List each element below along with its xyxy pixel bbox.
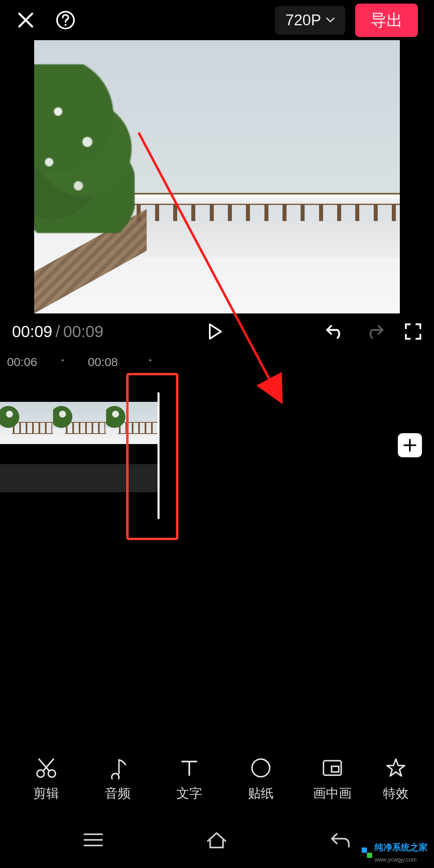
chevron-down-icon xyxy=(326,17,335,23)
tool-label: 画中画 xyxy=(313,785,352,802)
preview-deck xyxy=(115,193,400,257)
nav-home-button[interactable] xyxy=(205,831,228,849)
ruler-dot xyxy=(149,359,151,361)
close-button[interactable] xyxy=(16,10,35,30)
export-label: 导出 xyxy=(371,11,403,29)
time-display: 00:09 / 00:09 xyxy=(12,323,103,341)
time-separator: / xyxy=(55,323,60,341)
star-icon xyxy=(385,757,407,779)
tool-text[interactable]: 文字 xyxy=(163,757,215,802)
svg-point-1 xyxy=(65,24,67,26)
play-icon xyxy=(206,323,223,340)
export-button[interactable]: 导出 xyxy=(355,4,418,37)
top-bar-left xyxy=(16,10,76,30)
annotation-highlight-box xyxy=(126,373,178,540)
playhead[interactable] xyxy=(158,392,160,519)
plus-icon xyxy=(403,438,417,452)
preview-tree xyxy=(34,64,135,233)
clip-thumbnail xyxy=(106,402,159,444)
tool-edit[interactable]: 剪辑 xyxy=(20,757,72,802)
music-note-icon xyxy=(106,757,129,779)
help-button[interactable] xyxy=(55,10,76,30)
ruler-dot xyxy=(62,359,64,361)
watermark-logo-icon xyxy=(362,848,372,858)
tool-pip[interactable]: 画中画 xyxy=(306,757,358,802)
tool-label: 文字 xyxy=(176,785,202,802)
ruler-tick: 00:08 xyxy=(88,355,118,369)
playback-center xyxy=(107,323,321,340)
tool-label: 贴纸 xyxy=(248,785,274,802)
watermark: 纯净系统之家 www.ycwgjy.com xyxy=(360,841,429,865)
resolution-selector[interactable]: 720P xyxy=(275,6,345,35)
timeline[interactable]: 00:06 00:08 xyxy=(0,354,434,526)
add-clip-button[interactable] xyxy=(398,433,422,457)
watermark-url: www.ycwgjy.com xyxy=(375,856,417,863)
audio-track[interactable] xyxy=(0,464,160,492)
pip-icon xyxy=(321,757,344,779)
home-icon xyxy=(205,831,228,849)
fullscreen-button[interactable] xyxy=(404,323,422,340)
fullscreen-icon xyxy=(404,323,422,340)
scissors-icon xyxy=(35,757,57,779)
preview-area xyxy=(0,40,434,313)
playback-right xyxy=(326,323,422,340)
timeline-ruler: 00:06 00:08 xyxy=(0,354,434,370)
watermark-title: 纯净系统之家 xyxy=(375,842,428,852)
close-icon xyxy=(16,10,35,30)
timeline-tracks xyxy=(0,374,434,518)
redo-button[interactable] xyxy=(365,323,384,340)
top-bar-right: 720P 导出 xyxy=(275,4,418,37)
play-button[interactable] xyxy=(206,323,223,340)
video-preview[interactable] xyxy=(34,40,400,313)
tool-sticker[interactable]: 贴纸 xyxy=(235,757,287,802)
clip-thumbnail xyxy=(53,402,106,444)
resolution-label: 720P xyxy=(285,12,321,29)
undo-icon xyxy=(326,323,345,340)
menu-icon xyxy=(83,832,104,848)
back-icon xyxy=(330,831,351,848)
redo-icon xyxy=(365,323,384,340)
tool-row: 剪辑 音频 文字 贴纸 画中画 特效 xyxy=(0,751,434,808)
total-time: 00:09 xyxy=(63,323,103,341)
current-time: 00:09 xyxy=(12,323,52,341)
svg-rect-7 xyxy=(332,766,339,772)
tool-audio[interactable]: 音频 xyxy=(92,757,144,802)
text-icon xyxy=(178,757,201,779)
tool-effect[interactable]: 特效 xyxy=(378,757,414,802)
playback-bar: 00:09 / 00:09 xyxy=(0,313,434,350)
tool-label: 音频 xyxy=(105,785,131,802)
help-icon xyxy=(55,10,76,30)
ruler-tick: 00:06 xyxy=(7,355,37,369)
clip-thumbnail xyxy=(0,402,53,444)
sticker-icon xyxy=(250,757,272,779)
tool-label: 剪辑 xyxy=(33,785,59,802)
undo-button[interactable] xyxy=(326,323,345,340)
tool-label: 特效 xyxy=(383,785,409,802)
nav-back-button[interactable] xyxy=(330,831,351,848)
nav-menu-button[interactable] xyxy=(83,832,104,848)
top-bar: 720P 导出 xyxy=(0,0,434,40)
video-track[interactable] xyxy=(0,402,159,444)
